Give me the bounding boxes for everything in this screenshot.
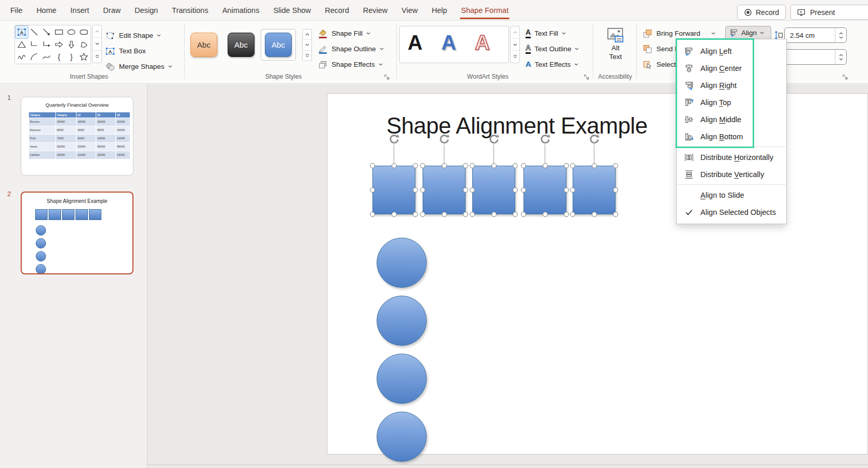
shape-arc-icon[interactable] (28, 51, 40, 63)
resize-handle[interactable] (491, 212, 497, 217)
merge-shapes-button[interactable]: Merge Shapes (105, 60, 172, 73)
blue-square-shape[interactable] (372, 166, 415, 214)
resize-handle[interactable] (370, 163, 375, 168)
resize-handle[interactable] (513, 212, 518, 217)
menu-item-align-selected-objects[interactable]: Align Selected Objects (677, 203, 786, 221)
resize-handle[interactable] (463, 212, 468, 217)
shape-arrow-icon[interactable] (40, 26, 53, 38)
menu-item-distribute-horizontally[interactable]: Distribute Horizontally (677, 149, 786, 166)
resize-handle[interactable] (521, 187, 526, 193)
resize-handle[interactable] (442, 212, 447, 217)
present-button[interactable]: Present (790, 5, 868, 20)
gallery-scroll-down[interactable] (511, 39, 519, 51)
align-button[interactable]: Align (725, 26, 771, 39)
text-outline-button[interactable]: A Text Outline (526, 42, 579, 55)
gallery-scroll-down[interactable] (303, 40, 311, 50)
menu-item-align-left[interactable]: Align Left (677, 42, 786, 60)
shape-height-field[interactable]: 2.54 cm (784, 27, 847, 43)
menu-item-align-center[interactable]: Align Center (677, 60, 786, 77)
text-effects-button[interactable]: A Text Effects (526, 58, 578, 71)
shape-triangle-icon[interactable] (16, 38, 28, 51)
shape-style-preview-1[interactable]: Abc (190, 33, 217, 57)
tab-draw[interactable]: Draw (103, 6, 121, 14)
wordart-preview-1[interactable]: A (408, 32, 423, 53)
resize-handle[interactable] (413, 212, 418, 217)
tab-view[interactable]: View (401, 6, 417, 14)
menu-item-align-middle[interactable]: Align Middle (677, 111, 786, 128)
notes-divider[interactable] (147, 464, 868, 465)
tab-design[interactable]: Design (134, 6, 158, 14)
blue-square-shape[interactable] (472, 166, 515, 214)
tab-slide-show[interactable]: Slide Show (273, 6, 311, 14)
shape-rectangle-icon[interactable] (53, 26, 65, 38)
alt-text-button[interactable]: Alt Text (600, 27, 631, 61)
tab-transitions[interactable]: Transitions (172, 6, 208, 14)
record-button[interactable]: Record (737, 5, 786, 20)
rotate-handle-icon[interactable] (539, 133, 551, 145)
shape-elbow-connector-icon[interactable] (28, 38, 40, 51)
resize-handle[interactable] (491, 163, 497, 168)
resize-handle[interactable] (420, 187, 425, 193)
resize-handle[interactable] (564, 187, 569, 193)
shape-rounded-rectangle-icon[interactable] (78, 26, 90, 38)
shape-textbox-icon[interactable] (16, 26, 28, 38)
gallery-scroll-up[interactable] (93, 25, 101, 38)
edit-shape-button[interactable]: Edit Shape (105, 29, 161, 42)
resize-handle[interactable] (470, 212, 475, 217)
blue-circle-shape[interactable] (377, 238, 427, 288)
shape-oval-icon[interactable] (65, 26, 78, 38)
tab-home[interactable]: Home (36, 6, 56, 14)
rotate-handle-icon[interactable] (488, 133, 500, 145)
slide-thumbnail-2[interactable]: Shape Alignment Example (21, 192, 133, 274)
text-fill-button[interactable]: A Text Fill (526, 27, 566, 40)
shape-fill-button[interactable]: Shape Fill (318, 27, 370, 40)
resize-handle[interactable] (613, 212, 618, 217)
resize-handle[interactable] (463, 163, 468, 168)
wordart-preview-2[interactable]: A (441, 32, 456, 53)
resize-handle[interactable] (570, 163, 575, 168)
resize-handle[interactable] (420, 212, 425, 217)
shape-curve-icon[interactable] (40, 51, 53, 63)
slide-title-text[interactable]: Shape Alignment Example (386, 113, 648, 139)
resize-handle[interactable] (570, 212, 575, 217)
resize-handle[interactable] (470, 187, 475, 193)
shape-right-brace-icon[interactable] (65, 51, 78, 63)
menu-item-align-to-slide[interactable]: Align to Slide (677, 186, 786, 203)
shape-freeform-icon[interactable] (78, 38, 90, 51)
resize-handle[interactable] (592, 212, 597, 217)
shape-style-preview-2[interactable]: Abc (228, 33, 255, 57)
resize-handle[interactable] (543, 212, 548, 217)
shape-effects-button[interactable]: Shape Effects (318, 58, 383, 71)
rotate-handle-icon[interactable] (388, 133, 400, 145)
shape-down-arrow-icon[interactable] (65, 38, 78, 51)
blue-square-shape[interactable] (423, 166, 466, 214)
resize-handle[interactable] (613, 163, 618, 168)
resize-handle[interactable] (564, 163, 569, 168)
resize-handle[interactable] (413, 187, 418, 193)
gallery-scroll-down[interactable] (93, 38, 101, 50)
shape-right-arrow-icon[interactable] (53, 38, 65, 51)
tab-insert[interactable]: Insert (70, 6, 89, 14)
shape-styles-dialog-launcher[interactable] (384, 74, 390, 80)
shape-elbow-arrow-icon[interactable] (40, 38, 53, 51)
resize-handle[interactable] (543, 163, 548, 168)
resize-handle[interactable] (613, 187, 618, 193)
resize-handle[interactable] (392, 212, 397, 217)
resize-handle[interactable] (521, 163, 526, 168)
shape-line-icon[interactable] (28, 26, 40, 38)
tab-review[interactable]: Review (363, 6, 388, 14)
resize-handle[interactable] (463, 187, 468, 193)
blue-square-shape[interactable] (523, 166, 566, 214)
resize-handle[interactable] (513, 187, 518, 193)
blue-square-shape[interactable] (573, 166, 616, 214)
resize-handle[interactable] (420, 163, 425, 168)
resize-handle[interactable] (521, 212, 526, 217)
resize-handle[interactable] (413, 163, 418, 168)
tab-animations[interactable]: Animations (222, 6, 260, 14)
shape-width-field[interactable] (784, 49, 847, 65)
wordart-preview-3[interactable]: A (475, 32, 490, 53)
resize-handle[interactable] (370, 187, 375, 193)
resize-handle[interactable] (470, 163, 475, 168)
resize-handle[interactable] (442, 163, 447, 168)
width-spinner[interactable] (835, 50, 846, 64)
